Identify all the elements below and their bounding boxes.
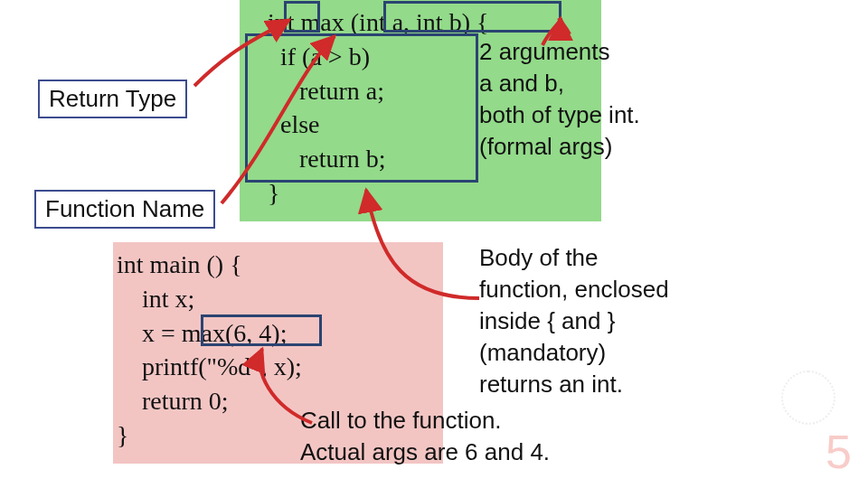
label-line: both of type int. bbox=[479, 99, 696, 131]
label-arguments: 2 arguments a and b, both of type int. (… bbox=[479, 36, 696, 163]
label-line: (mandatory) bbox=[479, 337, 723, 369]
label-line: a and b, bbox=[479, 68, 696, 99]
code-line: x = max(6, 4); bbox=[117, 316, 439, 351]
label-line: Call to the function. bbox=[300, 405, 626, 436]
label-line: function, enclosed bbox=[479, 274, 723, 305]
page-number: 5 bbox=[826, 425, 852, 479]
code-line: } bbox=[249, 176, 592, 211]
label-line: Actual args are 6 and 4. bbox=[300, 436, 626, 468]
code-line: int max (int a, int b) { bbox=[249, 5, 592, 40]
code-line: int main () { bbox=[117, 248, 439, 282]
label-line: 2 arguments bbox=[479, 36, 696, 68]
label-function-body: Body of the function, enclosed inside { … bbox=[479, 242, 723, 400]
label-line: (formal args) bbox=[479, 131, 696, 163]
label-function-call: Call to the function. Actual args are 6 … bbox=[300, 405, 626, 468]
label-text: Return Type bbox=[49, 85, 176, 112]
code-line: printf("%d", x); bbox=[117, 350, 439, 384]
label-text: Function Name bbox=[45, 195, 204, 222]
watermark-seal bbox=[781, 371, 835, 425]
label-line: Body of the bbox=[479, 242, 723, 274]
slide: int max (int a, int b) { if (a > b) retu… bbox=[0, 0, 868, 488]
label-return-type: Return Type bbox=[38, 80, 187, 118]
label-function-name: Function Name bbox=[34, 190, 215, 229]
label-line: returns an int. bbox=[479, 369, 723, 400]
label-line: inside { and } bbox=[479, 305, 723, 337]
code-line: int x; bbox=[117, 282, 439, 316]
